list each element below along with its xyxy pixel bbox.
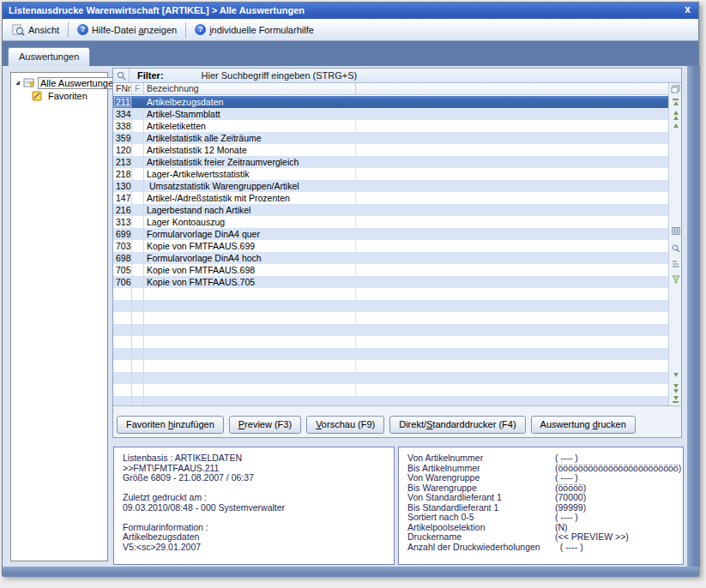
close-icon[interactable]: x <box>685 3 691 19</box>
cell-bezeichnung[interactable]: Artikelstatistik alle Zeiträume <box>144 132 356 144</box>
tree-item-favoriten[interactable]: Favoriten <box>11 90 107 102</box>
auswertungen-table: Filter: Hier Suchbegriff eingeben (STRG+… <box>113 69 681 406</box>
cell-fnr[interactable]: 699 <box>113 228 132 240</box>
cell-bezeichnung[interactable]: Artikelbezugsdaten <box>144 96 356 108</box>
cell-f[interactable] <box>132 120 144 132</box>
toolbar-button-formularhilfe[interactable]: ? individuelle Formularhilfe <box>189 22 320 37</box>
cell-f[interactable] <box>132 168 144 180</box>
cell-bezeichnung[interactable]: Kopie von FMTFAAUS.699 <box>144 240 356 252</box>
action-button-3[interactable]: Direkt/Standarddrucker (F4) <box>389 416 525 434</box>
table-row[interactable]: 213Artikelstatistik freier Zeitraumvergl… <box>113 156 668 168</box>
table-row[interactable]: 706Kopie von FMTFAAUS.705 <box>113 276 668 288</box>
scroll-bottom-icon[interactable] <box>669 396 682 403</box>
column-options-icon[interactable] <box>669 227 682 235</box>
table-row[interactable]: 313Lager Kontoauszug <box>113 216 668 228</box>
cell-fnr[interactable]: 216 <box>113 204 132 216</box>
cell-bezeichnung[interactable]: Lager-Artikelwertsstatistik <box>144 168 356 180</box>
cell-f[interactable] <box>132 228 144 240</box>
cell-fnr[interactable]: 338 <box>113 120 132 132</box>
table-row[interactable]: 334Artikel-Stammblatt <box>113 108 668 120</box>
action-button-4[interactable]: Auswertung drucken <box>531 416 636 434</box>
cell-fnr[interactable]: 705 <box>113 264 132 276</box>
table-row[interactable]: 699Formularvorlage DinA4 quer <box>113 228 668 240</box>
cell-fnr[interactable]: 218 <box>113 168 132 180</box>
page-up-icon[interactable] <box>669 111 682 120</box>
scroll-top-icon[interactable] <box>669 99 682 105</box>
tree-item-alle-auswertungen[interactable]: Alle Auswertungen <box>11 76 107 90</box>
table-row[interactable]: 216Lagerbestand nach Artikel <box>113 204 668 216</box>
filter-search-icon[interactable] <box>113 69 130 82</box>
table-row[interactable]: 698Formularvorlage DinA4 hoch <box>113 252 668 264</box>
column-header-fnr[interactable]: FNr <box>113 83 132 94</box>
table-row[interactable]: 703Kopie von FMTFAAUS.699 <box>113 240 668 252</box>
table-row[interactable]: 130 Umsatzstatistik Warengruppen/Artikel <box>113 180 668 192</box>
line-up-icon[interactable] <box>669 123 682 128</box>
line-down-icon[interactable] <box>669 373 682 377</box>
cell-bezeichnung[interactable]: Artikelstatistik freier Zeitraumvergleic… <box>144 156 356 168</box>
copy-icon[interactable] <box>669 85 682 93</box>
action-button-1[interactable]: Preview (F3) <box>229 416 301 434</box>
cell-f[interactable] <box>132 180 144 192</box>
cell-fnr[interactable]: 120 <box>113 144 132 156</box>
cell-bezeichnung[interactable]: Formularvorlage DinA4 hoch <box>144 252 356 264</box>
cell-bezeichnung[interactable]: Kopie von FMTFAAUS.705 <box>144 276 356 288</box>
filter-search-input[interactable]: Hier Suchbegriff eingeben (STRG+S) <box>202 70 358 81</box>
cell-fnr[interactable]: 698 <box>113 252 132 264</box>
table-row[interactable]: 338Artikeletiketten <box>113 120 668 132</box>
cell-fnr[interactable]: 147 <box>113 192 132 204</box>
cell-f[interactable] <box>132 264 144 276</box>
toolbar-button-hilfe-datei[interactable]: ? Hilfe-Datei anzeigen <box>71 22 183 37</box>
tree-panel: Alle Auswertungen Favoriten <box>10 72 108 561</box>
cell-bezeichnung[interactable]: Lager Kontoauszug <box>144 216 356 228</box>
cell-bezeichnung[interactable]: Artikel-/Adreßstatistik mit Prozenten <box>144 192 356 204</box>
cell-f[interactable] <box>132 144 144 156</box>
cell-f[interactable] <box>132 204 144 216</box>
cell-bezeichnung[interactable]: Formularvorlage DinA4 quer <box>144 228 356 240</box>
cell-empty <box>113 288 132 300</box>
cell-fnr[interactable]: 313 <box>113 216 132 228</box>
column-header-f[interactable]: F <box>132 83 144 94</box>
cell-f[interactable] <box>132 216 144 228</box>
page-down-icon[interactable] <box>669 384 682 393</box>
cell-bezeichnung[interactable]: Artikeletiketten <box>144 120 356 132</box>
tree-expander-icon[interactable] <box>15 81 20 85</box>
cell-empty <box>144 360 356 372</box>
cell-bezeichnung[interactable]: Artikelstatistik 12 Monate <box>144 144 356 156</box>
cell-f[interactable] <box>132 240 144 252</box>
search-icon[interactable] <box>669 244 682 253</box>
table-row[interactable]: 147Artikel-/Adreßstatistik mit Prozenten <box>113 192 668 204</box>
table-row[interactable]: 211Artikelbezugsdaten <box>113 96 668 108</box>
cell-fnr[interactable]: 130 <box>113 180 132 192</box>
filter-funnel-icon[interactable] <box>669 275 682 284</box>
cell-fnr[interactable]: 706 <box>113 276 132 288</box>
tab-auswertungen[interactable]: Auswertungen <box>8 47 90 66</box>
cell-fnr[interactable]: 334 <box>113 108 132 120</box>
toolbar-button-ansicht[interactable]: Ansicht <box>6 22 65 38</box>
cell-fnr[interactable]: 359 <box>113 132 132 144</box>
cell-f[interactable] <box>132 252 144 264</box>
info-line: Artikelbezugsdaten <box>123 532 385 543</box>
cell-bezeichnung[interactable]: Artikel-Stammblatt <box>144 108 356 120</box>
cell-f[interactable] <box>132 192 144 204</box>
cell-f[interactable] <box>132 156 144 168</box>
cell-bezeichnung[interactable]: Lagerbestand nach Artikel <box>144 204 356 216</box>
table-row[interactable]: 359Artikelstatistik alle Zeiträume <box>113 132 668 144</box>
cell-bezeichnung[interactable]: Kopie von FMTFAAUS.698 <box>144 264 356 276</box>
action-button-2[interactable]: Vorschau (F9) <box>306 416 384 434</box>
cell-fnr[interactable]: 703 <box>113 240 132 252</box>
cell-fnr[interactable]: 213 <box>113 156 132 168</box>
cell-empty <box>356 228 668 240</box>
cell-empty <box>356 204 668 216</box>
column-header-bezeichnung[interactable]: Bezeichnung <box>144 83 356 94</box>
cell-fnr[interactable]: 211 <box>113 96 132 108</box>
action-button-0[interactable]: Favoriten hinzufügen <box>117 416 224 434</box>
cell-f[interactable] <box>132 276 144 288</box>
summary-icon[interactable] <box>669 260 682 267</box>
table-row[interactable]: 705Kopie von FMTFAAUS.698 <box>113 264 668 276</box>
table-row[interactable]: 218Lager-Artikelwertsstatistik <box>113 168 668 180</box>
cell-f[interactable] <box>132 96 144 108</box>
cell-f[interactable] <box>132 132 144 144</box>
cell-bezeichnung[interactable]: Umsatzstatistik Warengruppen/Artikel <box>144 180 356 192</box>
table-row[interactable]: 120Artikelstatistik 12 Monate <box>113 144 668 156</box>
cell-f[interactable] <box>132 108 144 120</box>
